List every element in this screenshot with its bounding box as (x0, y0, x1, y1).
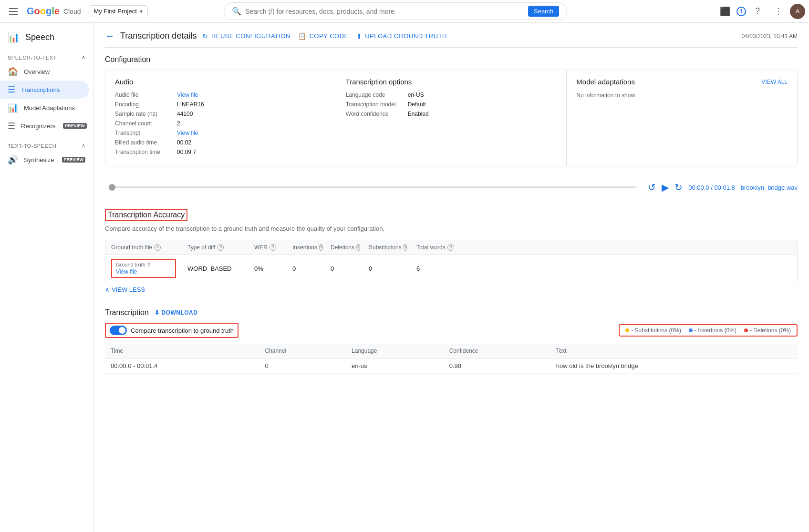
diff-type-header: Type of diff ? (182, 244, 249, 251)
audio-controls: ↺ ▶ ↻ 00:00.0 / 00:01.8 brooklyn_bridge.… (648, 182, 798, 193)
rewind-button[interactable]: ↺ (648, 182, 656, 193)
transcription-table-header: Time Channel Language Confidence Text (105, 344, 798, 358)
channel-count-row: Channel count 2 (115, 120, 326, 127)
compare-toggle[interactable] (110, 326, 127, 335)
wer-help-icon[interactable]: ? (270, 244, 276, 251)
copy-icon: 📋 (298, 32, 307, 40)
audio-playhead[interactable] (109, 184, 115, 191)
search-button[interactable]: Search (528, 6, 559, 17)
view-file-link[interactable]: View file (116, 268, 171, 275)
substitutions-help-icon[interactable]: ? (404, 244, 407, 251)
insertions-cell: 0 (287, 265, 325, 272)
accuracy-table-row: Ground truth ? View file WORD_BASED 0% 0 (105, 255, 797, 282)
hamburger-icon (9, 8, 18, 15)
chart-icon: 📊 (8, 102, 18, 113)
recognizer-icon: ☰ (8, 121, 15, 131)
total-words-cell: 6 (411, 265, 797, 272)
wer-header: WER ? (249, 244, 287, 251)
upload-ground-truth-button[interactable]: ⬆ UPLOAD GROUND TRUTH (356, 32, 447, 40)
forward-button[interactable]: ↻ (674, 182, 683, 193)
language-code-row: Language code en-US (346, 92, 557, 98)
no-info-text: No information to show. (576, 92, 636, 99)
project-selector[interactable]: My First Project ▾ (89, 5, 148, 17)
preview-badge: PREVIEW (63, 123, 87, 129)
top-nav: G o o g l e Cloud My First Project ▾ 🔍 S… (0, 0, 809, 23)
table-row: 00:00.0 - 00:01.4 0 en-us 0.98 how old i… (105, 358, 798, 374)
sidebar-item-label: Recognizers (21, 123, 55, 130)
toggle-slider (110, 326, 127, 335)
language-column-header: Language (346, 344, 444, 358)
billed-audio-time-row: Billed audio time 00:02 (115, 139, 326, 146)
audio-player: ↺ ▶ ↻ 00:00.0 / 00:01.8 brooklyn_bridge.… (105, 178, 798, 201)
compare-label: Compare transcription to ground truth (131, 327, 234, 334)
hamburger-button[interactable] (4, 2, 23, 21)
reuse-configuration-button[interactable]: ↻ REUSE CONFIGURATION (202, 32, 290, 40)
reuse-icon: ↻ (202, 32, 208, 40)
row-confidence: 0.98 (444, 358, 550, 374)
transcription-options-card: Transcription options Language code en-U… (336, 70, 567, 166)
more-options-button[interactable]: ⋮ (769, 2, 788, 21)
help-button[interactable]: ? (748, 2, 767, 21)
accuracy-description: Compare accuracy of the transcription to… (105, 225, 798, 232)
audio-timeline[interactable] (109, 186, 636, 188)
sidebar: 📊 Speech Speech-to-Text ∧ 🏠 Overview ☰ T… (0, 23, 93, 532)
deletions-header: Deletions ? (325, 244, 363, 251)
upload-icon: ⬆ (356, 32, 363, 40)
sidebar-section-speech-to-text[interactable]: Speech-to-Text ∧ (0, 51, 93, 62)
compare-toggle-row: Compare transcription to ground truth - … (105, 323, 798, 338)
audio-time: 00:00.0 / 00:01.8 (688, 184, 735, 191)
timestamp: 04/03/2023, 10:41 AM (742, 33, 798, 40)
model-adaptations-card: Model adaptations VIEW ALL No informatio… (567, 70, 797, 166)
copy-code-button[interactable]: 📋 COPY CODE (298, 32, 349, 40)
monitor-icon-button[interactable]: ⬛ (716, 2, 735, 21)
transcript-view-file-link[interactable]: View file (177, 130, 198, 136)
legend-substitutions: - Substitutions (0%) (625, 327, 681, 334)
view-less-button[interactable]: ∧ VIEW LESS (105, 282, 798, 297)
deletions-help-icon[interactable]: ? (356, 244, 360, 251)
accuracy-section: Transcription Accuracy Compare accuracy … (105, 209, 798, 297)
transcription-section-title: Transcription (105, 308, 149, 317)
wer-cell: 0% (249, 265, 287, 272)
config-cards: Audio Audio file View file Encoding LINE… (105, 70, 798, 166)
play-button[interactable]: ▶ (662, 182, 669, 193)
back-button[interactable]: ← (105, 31, 114, 41)
accuracy-table-header: Ground truth file ? Type of diff ? WER (105, 240, 797, 255)
sidebar-item-overview[interactable]: 🏠 Overview (0, 62, 89, 81)
sidebar-section-text-to-speech[interactable]: Text-to-Speech ∧ (0, 139, 93, 151)
insertions-help-icon[interactable]: ? (319, 244, 323, 251)
chevron-up-icon: ∧ (82, 143, 86, 149)
download-button[interactable]: ⬇ DOWNLOAD (155, 309, 198, 316)
substitutions-header: Substitutions ? (363, 244, 411, 251)
search-icon: 🔍 (232, 7, 241, 16)
sidebar-item-label: Synthesize (24, 156, 54, 164)
audio-file-link[interactable]: View file (177, 92, 198, 98)
sidebar-item-synthesize[interactable]: 🔊 Synthesize PREVIEW (0, 151, 89, 169)
transcription-header: Transcription ⬇ DOWNLOAD (105, 308, 798, 317)
ground-truth-inline-help[interactable]: ? (147, 262, 150, 267)
sidebar-item-transcriptions[interactable]: ☰ Transcriptions (0, 81, 89, 99)
avatar[interactable]: A (790, 4, 805, 19)
diff-type-help-icon[interactable]: ? (217, 244, 224, 251)
ground-truth-cell: Ground truth ? View file (105, 259, 182, 278)
list-icon: ☰ (8, 84, 15, 95)
view-all-link[interactable]: VIEW ALL (761, 79, 788, 85)
transcript-row: Transcript View file (115, 130, 326, 136)
speech-icon: 📊 (8, 31, 20, 43)
ground-truth-help-icon[interactable]: ? (154, 244, 161, 251)
synthesize-icon: 🔊 (8, 154, 18, 165)
transcription-model-row: Transcription model Default (346, 101, 557, 108)
search-input[interactable] (245, 8, 524, 15)
channel-column-header: Channel (259, 344, 346, 358)
chevron-down-icon: ▾ (140, 8, 143, 15)
row-language: en-us (346, 358, 444, 374)
notification-badge[interactable]: 1 (736, 7, 746, 16)
row-time: 00:00.0 - 00:01.4 (105, 358, 259, 374)
sidebar-item-recognizers[interactable]: ☰ Recognizers PREVIEW (0, 117, 89, 135)
total-words-help-icon[interactable]: ? (447, 244, 454, 251)
ground-truth-file-cell: Ground truth ? View file (111, 259, 176, 278)
audio-card-title: Audio (115, 78, 326, 86)
page-header: ← Transcription details ↻ REUSE CONFIGUR… (105, 31, 798, 48)
audio-file-row: Audio file View file (115, 92, 326, 98)
chevron-up-icon: ∧ (105, 286, 110, 293)
sidebar-item-model-adaptations[interactable]: 📊 Model Adaptations (0, 99, 89, 117)
